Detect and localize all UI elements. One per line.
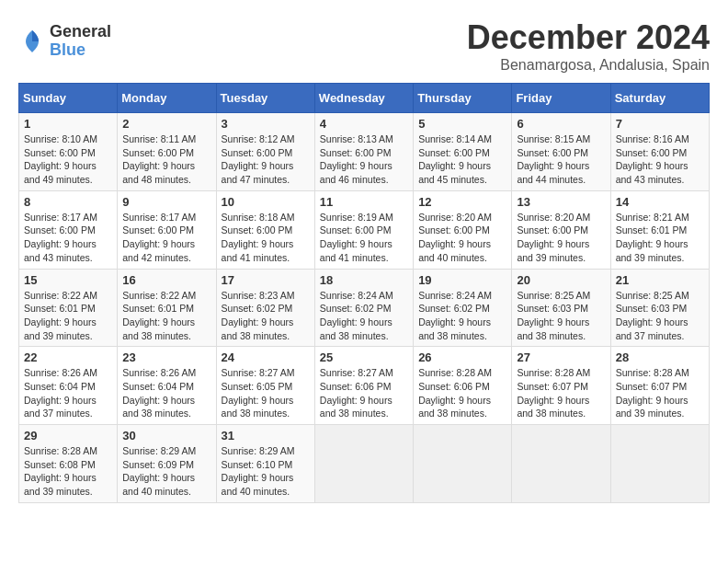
day-cell-11: 11 Sunrise: 8:19 AM Sunset: 6:00 PM Dayl… [314, 190, 413, 269]
header-tuesday: Tuesday [216, 84, 314, 113]
day-cell-29: 29 Sunrise: 8:28 AM Sunset: 6:08 PM Dayl… [19, 425, 118, 503]
day-number: 20 [517, 273, 605, 287]
day-number: 24 [222, 350, 310, 364]
day-cell-8: 8 Sunrise: 8:17 AM Sunset: 6:00 PM Dayli… [19, 190, 118, 269]
day-number: 9 [122, 195, 210, 209]
calendar-week-3: 15 Sunrise: 8:22 AM Sunset: 6:01 PM Dayl… [19, 269, 710, 347]
day-info: Sunrise: 8:12 AM Sunset: 6:00 PM Dayligh… [222, 132, 310, 187]
day-number: 2 [122, 117, 210, 131]
day-number: 12 [418, 195, 506, 209]
day-info: Sunrise: 8:24 AM Sunset: 6:02 PM Dayligh… [418, 289, 506, 343]
day-cell-21: 21 Sunrise: 8:25 AM Sunset: 6:03 PM Dayl… [610, 269, 709, 347]
day-info: Sunrise: 8:23 AM Sunset: 6:02 PM Dayligh… [222, 289, 310, 343]
logo-text: General Blue [50, 23, 111, 60]
day-number: 3 [222, 117, 310, 131]
month-title: December 2024 [467, 18, 710, 57]
page-header: General Blue December 2024 Benamargosa, … [18, 18, 710, 74]
day-cell-3: 3 Sunrise: 8:12 AM Sunset: 6:00 PM Dayli… [216, 113, 314, 191]
day-info: Sunrise: 8:28 AM Sunset: 6:06 PM Dayligh… [418, 366, 506, 420]
calendar-week-1: 1 Sunrise: 8:10 AM Sunset: 6:00 PM Dayli… [19, 113, 710, 191]
day-cell-13: 13 Sunrise: 8:20 AM Sunset: 6:00 PM Dayl… [512, 190, 610, 269]
day-number: 25 [320, 350, 408, 364]
day-number: 1 [24, 117, 112, 131]
day-cell-27: 27 Sunrise: 8:28 AM Sunset: 6:07 PM Dayl… [512, 347, 610, 425]
day-info: Sunrise: 8:24 AM Sunset: 6:02 PM Dayligh… [320, 289, 408, 343]
day-number: 23 [122, 350, 210, 364]
empty-cell [610, 425, 709, 503]
header-wednesday: Wednesday [314, 84, 413, 113]
day-number: 29 [24, 429, 112, 442]
day-cell-6: 6 Sunrise: 8:15 AM Sunset: 6:00 PM Dayli… [512, 113, 610, 191]
empty-cell [414, 425, 512, 503]
day-number: 7 [616, 117, 704, 131]
day-number: 22 [24, 350, 112, 364]
day-info: Sunrise: 8:21 AM Sunset: 6:01 PM Dayligh… [616, 211, 704, 265]
header-thursday: Thursday [414, 84, 512, 113]
empty-cell [314, 425, 413, 503]
header-saturday: Saturday [610, 84, 709, 113]
empty-cell [512, 425, 610, 503]
day-cell-18: 18 Sunrise: 8:24 AM Sunset: 6:02 PM Dayl… [314, 269, 413, 347]
day-cell-4: 4 Sunrise: 8:13 AM Sunset: 6:00 PM Dayli… [314, 113, 413, 191]
day-info: Sunrise: 8:26 AM Sunset: 6:04 PM Dayligh… [122, 366, 210, 420]
day-number: 19 [418, 273, 506, 287]
day-cell-16: 16 Sunrise: 8:22 AM Sunset: 6:01 PM Dayl… [118, 269, 216, 347]
day-info: Sunrise: 8:20 AM Sunset: 6:00 PM Dayligh… [517, 211, 605, 265]
day-info: Sunrise: 8:22 AM Sunset: 6:01 PM Dayligh… [24, 289, 112, 343]
day-info: Sunrise: 8:17 AM Sunset: 6:00 PM Dayligh… [122, 211, 210, 265]
day-info: Sunrise: 8:20 AM Sunset: 6:00 PM Dayligh… [418, 211, 506, 265]
day-number: 30 [122, 429, 210, 442]
day-cell-14: 14 Sunrise: 8:21 AM Sunset: 6:01 PM Dayl… [610, 190, 709, 269]
location-subtitle: Benamargosa, Andalusia, Spain [467, 57, 710, 74]
day-info: Sunrise: 8:28 AM Sunset: 6:08 PM Dayligh… [24, 444, 112, 499]
day-info: Sunrise: 8:25 AM Sunset: 6:03 PM Dayligh… [517, 289, 605, 343]
day-number: 4 [320, 117, 408, 131]
day-number: 16 [122, 273, 210, 287]
day-number: 15 [24, 273, 112, 287]
day-cell-5: 5 Sunrise: 8:14 AM Sunset: 6:00 PM Dayli… [414, 113, 512, 191]
day-cell-7: 7 Sunrise: 8:16 AM Sunset: 6:00 PM Dayli… [610, 113, 709, 191]
header-friday: Friday [512, 84, 610, 113]
day-info: Sunrise: 8:25 AM Sunset: 6:03 PM Dayligh… [616, 289, 704, 343]
header-monday: Monday [118, 84, 216, 113]
day-number: 17 [222, 273, 310, 287]
day-number: 18 [320, 273, 408, 287]
day-info: Sunrise: 8:28 AM Sunset: 6:07 PM Dayligh… [517, 366, 605, 420]
day-info: Sunrise: 8:28 AM Sunset: 6:07 PM Dayligh… [616, 366, 704, 420]
title-area: December 2024 Benamargosa, Andalusia, Sp… [467, 18, 710, 74]
day-info: Sunrise: 8:15 AM Sunset: 6:00 PM Dayligh… [517, 132, 605, 187]
day-cell-19: 19 Sunrise: 8:24 AM Sunset: 6:02 PM Dayl… [414, 269, 512, 347]
day-info: Sunrise: 8:27 AM Sunset: 6:06 PM Dayligh… [320, 366, 408, 420]
day-cell-20: 20 Sunrise: 8:25 AM Sunset: 6:03 PM Dayl… [512, 269, 610, 347]
day-cell-28: 28 Sunrise: 8:28 AM Sunset: 6:07 PM Dayl… [610, 347, 709, 425]
day-number: 26 [418, 350, 506, 364]
day-info: Sunrise: 8:18 AM Sunset: 6:00 PM Dayligh… [222, 211, 310, 265]
day-number: 11 [320, 195, 408, 209]
day-number: 10 [222, 195, 310, 209]
day-info: Sunrise: 8:13 AM Sunset: 6:00 PM Dayligh… [320, 132, 408, 187]
day-number: 28 [616, 350, 704, 364]
logo-general: General [50, 23, 111, 41]
day-cell-26: 26 Sunrise: 8:28 AM Sunset: 6:06 PM Dayl… [414, 347, 512, 425]
logo-blue: Blue [50, 41, 111, 60]
day-cell-9: 9 Sunrise: 8:17 AM Sunset: 6:00 PM Dayli… [118, 190, 216, 269]
day-cell-25: 25 Sunrise: 8:27 AM Sunset: 6:06 PM Dayl… [314, 347, 413, 425]
day-cell-10: 10 Sunrise: 8:18 AM Sunset: 6:00 PM Dayl… [216, 190, 314, 269]
day-number: 21 [616, 273, 704, 287]
day-info: Sunrise: 8:14 AM Sunset: 6:00 PM Dayligh… [418, 132, 506, 187]
header-sunday: Sunday [19, 84, 118, 113]
day-number: 27 [517, 350, 605, 364]
day-info: Sunrise: 8:29 AM Sunset: 6:09 PM Dayligh… [122, 444, 210, 499]
day-info: Sunrise: 8:16 AM Sunset: 6:00 PM Dayligh… [616, 132, 704, 187]
day-cell-24: 24 Sunrise: 8:27 AM Sunset: 6:05 PM Dayl… [216, 347, 314, 425]
day-cell-2: 2 Sunrise: 8:11 AM Sunset: 6:00 PM Dayli… [118, 113, 216, 191]
day-info: Sunrise: 8:19 AM Sunset: 6:00 PM Dayligh… [320, 211, 408, 265]
weekday-header-row: Sunday Monday Tuesday Wednesday Thursday… [19, 84, 710, 113]
day-cell-1: 1 Sunrise: 8:10 AM Sunset: 6:00 PM Dayli… [19, 113, 118, 191]
day-info: Sunrise: 8:27 AM Sunset: 6:05 PM Dayligh… [222, 366, 310, 420]
calendar-week-4: 22 Sunrise: 8:26 AM Sunset: 6:04 PM Dayl… [19, 347, 710, 425]
day-cell-30: 30 Sunrise: 8:29 AM Sunset: 6:09 PM Dayl… [118, 425, 216, 503]
day-info: Sunrise: 8:11 AM Sunset: 6:00 PM Dayligh… [122, 132, 210, 187]
day-number: 8 [24, 195, 112, 209]
day-number: 6 [517, 117, 605, 131]
